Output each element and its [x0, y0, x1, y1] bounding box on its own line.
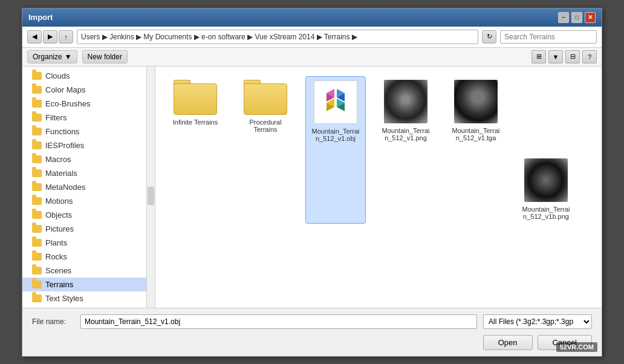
scrollbar-thumb — [148, 187, 154, 205]
sidebar-item-label: Objects — [45, 210, 72, 219]
help-button[interactable]: ? — [582, 50, 597, 63]
sidebar-item-terrains[interactable]: Terrains — [22, 278, 155, 291]
thumbnail-png-v1b — [524, 158, 568, 202]
organize-label: Organize — [33, 53, 62, 61]
folder-icon — [32, 72, 42, 80]
sidebar-item-label: Filters — [45, 113, 67, 122]
filename-input[interactable] — [80, 314, 477, 329]
folder-icon — [32, 253, 42, 261]
title-bar-controls: – □ ✕ — [558, 12, 596, 23]
file-item-tga[interactable]: Mountain_Terrain_512_v1.tga — [446, 76, 506, 224]
sidebar-item-objects[interactable]: Objects — [22, 208, 155, 222]
view-details-button[interactable]: ⊟ — [565, 50, 580, 63]
file-label: Infinite Terrains — [173, 119, 218, 126]
view-icons-button[interactable]: ⊞ — [531, 50, 546, 63]
folder-icon — [32, 281, 42, 288]
address-path-text: Users ▶ Jenkins ▶ My Documents ▶ e-on so… — [81, 33, 357, 41]
sidebar-item-label: Clouds — [45, 71, 70, 80]
folder-icon — [32, 141, 42, 149]
obj-file-icon — [314, 80, 357, 124]
sidebar-item-motions[interactable]: Motions — [22, 194, 155, 208]
sidebar-item-label: Macros — [45, 155, 71, 164]
sidebar-list: Clouds Color Maps Eco-Brushes Filters — [22, 67, 155, 308]
folder-icon — [32, 239, 42, 247]
sidebar-item-textstyles[interactable]: Text Styles — [22, 291, 155, 305]
sidebar-item-plants[interactable]: Plants — [22, 236, 155, 250]
sidebar-item-scenes[interactable]: Scenes — [22, 264, 155, 278]
action-buttons: Open Cancel — [32, 335, 592, 350]
title-bar: Import – □ ✕ — [22, 8, 602, 27]
folder-icon — [32, 86, 42, 94]
folder-icon — [32, 197, 42, 205]
maximize-button[interactable]: □ — [571, 12, 582, 23]
sidebar-item-label: Plants — [45, 238, 67, 247]
address-bar: ◀ ▶ ↑ Users ▶ Jenkins ▶ My Documents ▶ e… — [22, 27, 602, 48]
new-folder-button[interactable]: New folder — [82, 50, 128, 63]
sidebar-item-macros[interactable]: Macros — [22, 152, 155, 166]
file-item-png1[interactable]: Mountain_Terrain_512_v1.png — [375, 76, 436, 224]
folder-icon — [32, 114, 42, 122]
import-dialog: Import – □ ✕ ◀ ▶ ↑ Users ▶ Jenkins ▶ My … — [22, 8, 602, 357]
address-path[interactable]: Users ▶ Jenkins ▶ My Documents ▶ e-on so… — [77, 30, 478, 44]
toolbar: Organize ▼ New folder ⊞ ▼ ⊟ ? — [22, 48, 602, 67]
file-label: Mountain_Terrain_512_v1.tga — [452, 127, 500, 141]
sidebar-item-functions[interactable]: Functions — [22, 125, 155, 138]
file-area: Infinite Terrains ProceduralTerrains — [155, 67, 602, 308]
sidebar-item-label: Pictures — [45, 224, 74, 233]
sidebar-item-label: Scenes — [45, 266, 71, 275]
sidebar-item-label: Terrains — [45, 280, 73, 289]
sidebar-item-filters[interactable]: Filters — [22, 111, 155, 125]
file-label: Mountain_Terrain_512_v1.obj — [312, 128, 360, 142]
file-item-png-v1b[interactable]: Mountain_Terrain_512_v1b.png — [516, 155, 576, 224]
organize-arrow: ▼ — [65, 53, 72, 61]
open-button[interactable]: Open — [483, 335, 533, 350]
organize-button[interactable]: Organize ▼ — [27, 50, 77, 63]
thumbnail-png1 — [384, 80, 427, 123]
close-button[interactable]: ✕ — [585, 12, 596, 23]
bottom-bar: File name: All Files (*.3g2;*.3gp;*.3gp … — [22, 308, 602, 356]
sidebar-item-materials[interactable]: Materials — [22, 166, 155, 180]
folder-icon — [32, 155, 42, 163]
sidebar-item-pictures[interactable]: Pictures — [22, 222, 155, 236]
file-item-procedural-terrains[interactable]: ProceduralTerrains — [235, 76, 296, 224]
sidebar-item-iesprofiles[interactable]: IESProfiles — [22, 138, 155, 152]
filename-row: File name: All Files (*.3g2;*.3gp;*.3gp — [32, 314, 592, 329]
sidebar-item-metanodes[interactable]: MetaNodes — [22, 180, 155, 194]
search-input[interactable] — [500, 30, 597, 44]
main-content: Clouds Color Maps Eco-Brushes Filters — [22, 67, 602, 308]
folder-icon — [32, 294, 42, 302]
up-button[interactable]: ↑ — [59, 30, 73, 44]
back-button[interactable]: ◀ — [27, 30, 42, 44]
sidebar-item-label: Motions — [45, 197, 73, 206]
sidebar-item-colormaps[interactable]: Color Maps — [22, 83, 155, 97]
sidebar-item-label: Rocks — [45, 252, 67, 261]
file-item-infinite-terrains[interactable]: Infinite Terrains — [165, 76, 226, 224]
view-dropdown-button[interactable]: ▼ — [548, 50, 563, 63]
folder-icon-procedural-terrains — [244, 80, 287, 115]
file-item-obj[interactable]: Mountain_Terrain_512_v1.obj — [305, 76, 366, 224]
folder-icon — [32, 169, 42, 177]
minimize-button[interactable]: – — [558, 12, 569, 23]
sidebar-item-label: MetaNodes — [45, 183, 85, 192]
dialog-title: Import — [28, 13, 53, 22]
filetype-select[interactable]: All Files (*.3g2;*.3gp;*.3gp — [483, 314, 592, 329]
folder-icon — [32, 128, 42, 135]
sidebar-item-ecobrushes[interactable]: Eco-Brushes — [22, 97, 155, 111]
file-label: Mountain_Terrain_512_v1b.png — [522, 206, 570, 220]
forward-button[interactable]: ▶ — [43, 30, 57, 44]
folder-icon — [32, 225, 42, 233]
sidebar-item-label: Functions — [45, 127, 79, 136]
sidebar-item-label: Materials — [45, 169, 77, 178]
folder-icon-infinite-terrains — [174, 80, 217, 115]
sidebar-item-rocks[interactable]: Rocks — [22, 250, 155, 264]
refresh-button[interactable]: ↻ — [482, 30, 496, 44]
thumbnail-tga — [454, 80, 498, 123]
scrollbar[interactable] — [146, 67, 155, 308]
filename-label: File name: — [32, 317, 74, 326]
sidebar: Clouds Color Maps Eco-Brushes Filters — [22, 67, 155, 308]
file-label: Mountain_Terrain_512_v1.png — [382, 127, 430, 141]
toolbar-right: ⊞ ▼ ⊟ ? — [531, 50, 597, 63]
folder-icon — [32, 267, 42, 275]
watermark: 52VR.COM — [556, 342, 597, 352]
sidebar-item-clouds[interactable]: Clouds — [22, 69, 155, 83]
